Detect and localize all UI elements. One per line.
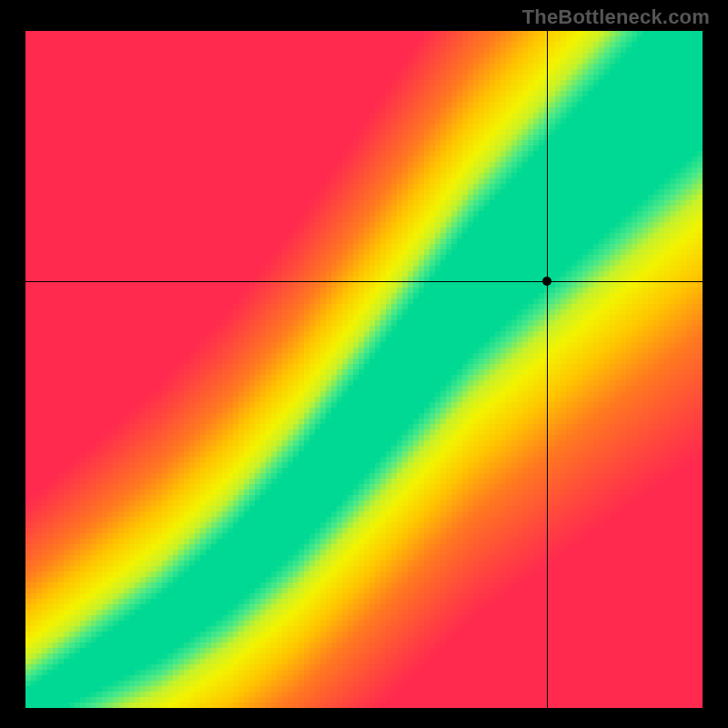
plot-area <box>25 31 703 708</box>
attribution-label: TheBottleneck.com <box>522 5 710 29</box>
crosshair-horizontal <box>25 281 703 282</box>
heatmap-canvas <box>25 31 703 708</box>
chart-container: TheBottleneck.com <box>0 0 728 728</box>
crosshair-vertical <box>547 31 548 708</box>
